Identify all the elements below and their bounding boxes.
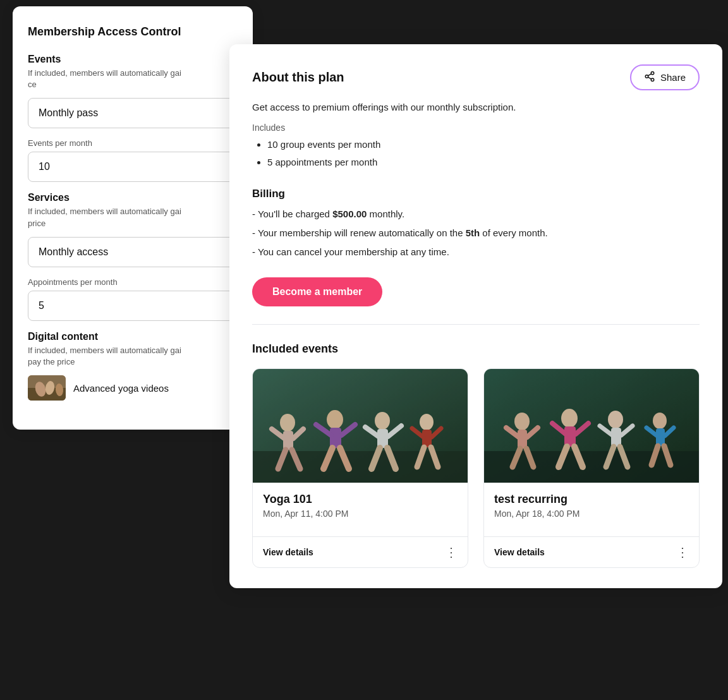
- svg-line-9: [648, 77, 651, 79]
- more-options-icon-2[interactable]: ⋮: [676, 545, 689, 560]
- billing-prefix-2: - Your membership will renew automatical…: [252, 227, 466, 238]
- billing-line-3: - You can cancel your membership at any …: [252, 244, 700, 260]
- includes-list: 10 group events per month 5 appointments…: [252, 138, 700, 170]
- services-section-subtitle: If included, members will automatically …: [28, 206, 238, 229]
- events-section-subtitle: If included, members will automatically …: [28, 68, 238, 90]
- share-button[interactable]: Share: [630, 64, 700, 90]
- appointments-per-month-label: Appointments per month: [28, 277, 238, 287]
- digital-content-item: Advanced yoga videos: [28, 375, 238, 401]
- events-grid: Yoga 101 Mon, Apr 11, 4:00 PM View detai…: [252, 368, 700, 568]
- event-date-1: Mon, Apr 11, 4:00 PM: [263, 509, 458, 519]
- services-section-title: Services: [28, 192, 238, 203]
- share-icon: [644, 71, 655, 84]
- events-section-title: Events: [28, 54, 238, 65]
- event-date-2: Mon, Apr 18, 4:00 PM: [494, 509, 689, 519]
- about-header: About this plan Share: [252, 64, 700, 90]
- events-per-month-value[interactable]: 10: [28, 152, 238, 182]
- more-options-icon-1[interactable]: ⋮: [445, 545, 458, 560]
- left-panel-title: Membership Access Control: [28, 25, 238, 39]
- billing-line-2: - Your membership will renew automatical…: [252, 226, 700, 241]
- section-divider: [252, 324, 700, 325]
- services-section: Services If included, members will autom…: [28, 192, 238, 320]
- svg-rect-37: [253, 369, 468, 483]
- billing-day: 5th: [466, 227, 480, 238]
- event-image-1: [253, 369, 468, 483]
- view-details-button-1[interactable]: View details: [263, 547, 313, 557]
- included-events-title: Included events: [252, 342, 700, 356]
- billing-suffix-1: monthly.: [367, 208, 404, 219]
- events-per-month-label: Events per month: [28, 138, 238, 148]
- become-member-button[interactable]: Become a member: [252, 277, 382, 306]
- billing-line-1: - You'll be charged $500.00 monthly.: [252, 207, 700, 222]
- svg-line-10: [648, 74, 651, 76]
- plan-description: Get access to premium offerings with our…: [252, 100, 700, 115]
- digital-content-subtitle: If included, members will automatically …: [28, 345, 238, 368]
- event-image-2: [484, 369, 699, 483]
- events-section: Events If included, members will automat…: [28, 54, 238, 182]
- view-details-button-2[interactable]: View details: [494, 547, 545, 557]
- event-name-1: Yoga 101: [263, 493, 458, 506]
- event-card-1: Yoga 101 Mon, Apr 11, 4:00 PM View detai…: [252, 368, 468, 568]
- appointments-per-month-value[interactable]: 5: [28, 291, 238, 321]
- billing-title: Billing: [252, 188, 700, 200]
- event-info-2: test recurring Mon, Apr 18, 4:00 PM: [484, 483, 699, 536]
- monthly-access-field[interactable]: Monthly access: [28, 237, 238, 267]
- about-title: About this plan: [252, 70, 344, 85]
- digital-content-name: Advanced yoga videos: [73, 383, 169, 394]
- right-panel: About this plan Share Get access to prem…: [229, 44, 722, 588]
- event-footer-2: View details ⋮: [484, 536, 699, 567]
- digital-content-title: Digital content: [28, 331, 238, 342]
- event-info-1: Yoga 101 Mon, Apr 11, 4:00 PM: [253, 483, 468, 536]
- billing-suffix-2: of every month.: [480, 227, 548, 238]
- billing-amount: $500.00: [332, 208, 367, 219]
- billing-section: Billing - You'll be charged $500.00 mont…: [252, 188, 700, 260]
- event-footer-1: View details ⋮: [253, 536, 468, 567]
- includes-label: Includes: [252, 123, 700, 133]
- share-label: Share: [660, 72, 686, 83]
- billing-prefix-1: - You'll be charged: [252, 208, 332, 219]
- left-panel: Membership Access Control Events If incl…: [13, 6, 253, 430]
- svg-rect-5: [28, 375, 66, 401]
- svg-rect-64: [484, 369, 699, 483]
- include-item-2: 5 appointments per month: [267, 155, 700, 170]
- event-name-2: test recurring: [494, 493, 689, 506]
- video-thumbnail: [28, 375, 66, 401]
- monthly-pass-field[interactable]: Monthly pass: [28, 98, 238, 128]
- digital-content-section: Digital content If included, members wil…: [28, 331, 238, 401]
- include-item-1: 10 group events per month: [267, 138, 700, 152]
- event-card-2: test recurring Mon, Apr 18, 4:00 PM View…: [483, 368, 700, 568]
